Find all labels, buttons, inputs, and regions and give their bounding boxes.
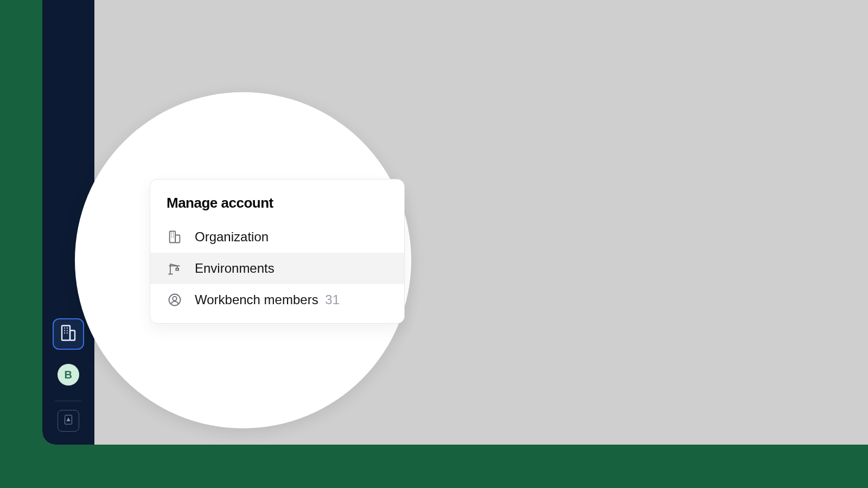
building-icon [167, 229, 183, 245]
popover-title: Manage account [150, 195, 404, 221]
avatar-initial: B [65, 369, 73, 381]
svg-rect-9 [175, 235, 180, 243]
crane-icon [167, 260, 183, 277]
menu-item-environments[interactable]: Environments [150, 253, 404, 284]
svg-rect-20 [176, 268, 178, 271]
menu-item-label: Organization [195, 229, 388, 245]
svg-rect-8 [170, 232, 176, 243]
sidebar-bottom-stack: B [53, 318, 84, 386]
avatar[interactable]: B [58, 364, 79, 386]
sidebar-separator [55, 401, 82, 401]
sidebar-logo[interactable] [58, 410, 79, 432]
menu-item-label: Workbench members 31 [195, 292, 388, 307]
user-icon [167, 292, 183, 308]
svg-rect-1 [70, 331, 75, 341]
building-icon [59, 323, 78, 345]
menu-item-workbench-members[interactable]: Workbench members 31 [150, 284, 404, 316]
manage-account-popover: Manage account Organization Environments… [150, 179, 405, 324]
svg-rect-0 [62, 326, 70, 341]
logo-icon [62, 414, 74, 428]
menu-item-organization[interactable]: Organization [150, 221, 404, 253]
svg-point-22 [169, 294, 181, 306]
menu-item-label: Environments [195, 261, 388, 276]
sidebar-item-organization[interactable] [53, 318, 84, 350]
svg-point-23 [173, 297, 176, 300]
menu-item-count: 31 [325, 292, 340, 307]
menu-item-text: Workbench members [195, 292, 318, 307]
app-frame: B Manage account Organization Environmen… [42, 0, 868, 445]
